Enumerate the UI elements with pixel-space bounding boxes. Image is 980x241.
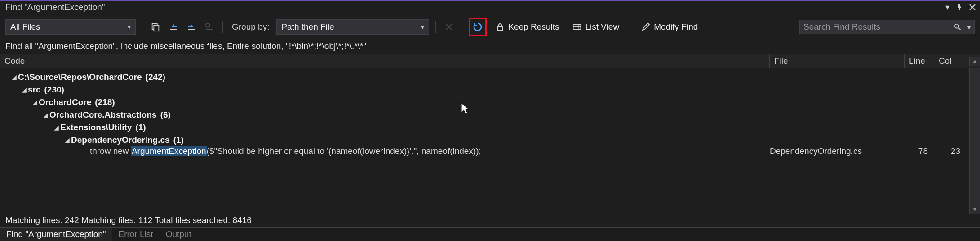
col-header-file[interactable]: File bbox=[770, 54, 905, 68]
delete-icon bbox=[442, 20, 456, 34]
tree-row[interactable]: ◢OrchardCore(218) bbox=[0, 96, 969, 109]
result-code-post: ($"Should be higher or equal to '{nameof… bbox=[207, 146, 481, 156]
prev-result-icon[interactable] bbox=[167, 20, 180, 34]
result-col-number: 23 bbox=[934, 146, 969, 156]
next-result-icon[interactable] bbox=[185, 20, 198, 34]
column-headers: Code File Line Col ▲ bbox=[0, 54, 980, 68]
refresh-icon[interactable] bbox=[471, 20, 484, 34]
copy-icon[interactable] bbox=[149, 20, 162, 34]
scrollbar[interactable]: ▼ bbox=[969, 68, 980, 214]
close-icon[interactable] bbox=[967, 4, 977, 10]
tab-error-list[interactable]: Error List bbox=[112, 228, 160, 241]
toolbar: All Files Group by: Path then File bbox=[0, 14, 980, 39]
tree-row[interactable]: ◢C:\Source\Repos\OrchardCore(242) bbox=[0, 71, 969, 83]
separator bbox=[462, 21, 462, 33]
filescope-dropdown[interactable]: All Files bbox=[5, 19, 136, 35]
svg-point-2 bbox=[206, 23, 210, 27]
clear-filter-icon bbox=[203, 20, 216, 34]
pencil-icon bbox=[641, 22, 650, 31]
lock-icon bbox=[496, 22, 505, 31]
keep-results-label: Keep Results bbox=[508, 22, 559, 32]
separator bbox=[142, 21, 142, 33]
list-view-button[interactable]: List View bbox=[568, 22, 624, 32]
tree-row[interactable]: ◢Extensions\Utility(1) bbox=[0, 121, 969, 134]
separator bbox=[630, 21, 630, 33]
col-header-line[interactable]: Line bbox=[905, 54, 934, 68]
groupby-label: Group by: bbox=[229, 22, 272, 32]
search-results-box[interactable] bbox=[799, 20, 975, 34]
modify-find-button[interactable]: Modify Find bbox=[637, 22, 702, 32]
query-summary: Find all "ArgumentException", Include mi… bbox=[0, 39, 980, 54]
tree-row[interactable]: ◢OrchardCore.Abstractions(6) bbox=[0, 109, 969, 121]
search-dropdown-icon[interactable] bbox=[964, 22, 971, 32]
titlebar: Find "ArgumentException" ▾ bbox=[0, 1, 980, 14]
window-menu-icon[interactable]: ▾ bbox=[944, 2, 951, 12]
separator bbox=[222, 21, 223, 33]
window-title: Find "ArgumentException" bbox=[5, 2, 105, 12]
tree-row[interactable]: ◢src(230) bbox=[0, 83, 969, 96]
result-row[interactable]: throw new ArgumentException($"Should be … bbox=[0, 146, 969, 156]
tab-find-results[interactable]: Find "ArgumentException" bbox=[0, 228, 112, 241]
list-view-label: List View bbox=[585, 22, 619, 32]
tree-row[interactable]: ◢DependencyOrdering.cs(1) bbox=[0, 134, 969, 146]
col-header-code[interactable]: Code bbox=[0, 54, 770, 68]
svg-rect-3 bbox=[497, 26, 503, 31]
search-icon[interactable] bbox=[954, 23, 961, 31]
footer-stats: Matching lines: 242 Matching files: 112 … bbox=[0, 214, 980, 227]
list-icon bbox=[572, 22, 581, 31]
results-panel: ◢C:\Source\Repos\OrchardCore(242) ◢src(2… bbox=[0, 68, 980, 214]
search-input[interactable] bbox=[803, 22, 954, 32]
col-header-col[interactable]: Col bbox=[934, 54, 969, 68]
svg-rect-1 bbox=[154, 25, 159, 31]
separator bbox=[435, 21, 436, 33]
refresh-highlight bbox=[469, 18, 487, 36]
tab-output[interactable]: Output bbox=[160, 228, 198, 241]
groupby-value: Path then File bbox=[281, 22, 334, 32]
modify-find-label: Modify Find bbox=[654, 22, 698, 32]
result-code-pre: throw new bbox=[90, 146, 131, 156]
scrollbar[interactable]: ▲ bbox=[969, 57, 980, 66]
svg-point-4 bbox=[955, 24, 959, 28]
bottom-tabs: Find "ArgumentException" Error List Outp… bbox=[0, 227, 980, 241]
result-file: DependencyOrdering.cs bbox=[770, 146, 905, 156]
result-match: ArgumentException bbox=[131, 146, 207, 156]
keep-results-button[interactable]: Keep Results bbox=[491, 22, 563, 32]
filescope-value: All Files bbox=[10, 22, 40, 32]
result-line-number: 78 bbox=[905, 146, 934, 156]
groupby-dropdown[interactable]: Path then File bbox=[276, 19, 429, 35]
pin-icon[interactable] bbox=[954, 4, 965, 11]
